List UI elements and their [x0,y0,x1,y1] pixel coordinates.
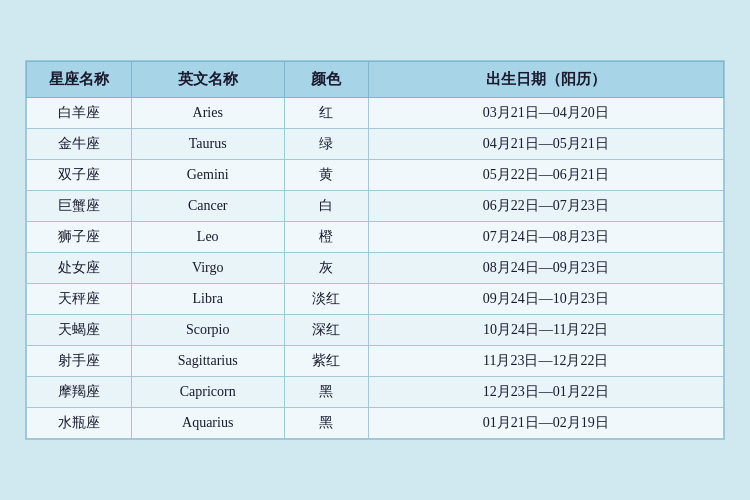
cell-color: 灰 [284,253,368,284]
table-row: 水瓶座Aquarius黑01月21日—02月19日 [27,408,724,439]
cell-birth-date: 10月24日—11月22日 [368,315,724,346]
cell-color: 淡红 [284,284,368,315]
cell-chinese-name: 天蝎座 [27,315,132,346]
cell-color: 黑 [284,377,368,408]
zodiac-table-container: 星座名称 英文名称 颜色 出生日期（阳历） 白羊座Aries红03月21日—04… [25,60,725,440]
header-english-name: 英文名称 [131,62,284,98]
table-header-row: 星座名称 英文名称 颜色 出生日期（阳历） [27,62,724,98]
cell-birth-date: 08月24日—09月23日 [368,253,724,284]
table-row: 摩羯座Capricorn黑12月23日—01月22日 [27,377,724,408]
table-row: 天蝎座Scorpio深红10月24日—11月22日 [27,315,724,346]
cell-color: 绿 [284,129,368,160]
cell-chinese-name: 天秤座 [27,284,132,315]
cell-chinese-name: 摩羯座 [27,377,132,408]
cell-birth-date: 01月21日—02月19日 [368,408,724,439]
zodiac-table: 星座名称 英文名称 颜色 出生日期（阳历） 白羊座Aries红03月21日—04… [26,61,724,439]
cell-color: 红 [284,98,368,129]
table-body: 白羊座Aries红03月21日—04月20日金牛座Taurus绿04月21日—0… [27,98,724,439]
table-row: 处女座Virgo灰08月24日—09月23日 [27,253,724,284]
cell-birth-date: 05月22日—06月21日 [368,160,724,191]
cell-english-name: Aquarius [131,408,284,439]
cell-birth-date: 04月21日—05月21日 [368,129,724,160]
cell-color: 黄 [284,160,368,191]
cell-english-name: Aries [131,98,284,129]
header-chinese-name: 星座名称 [27,62,132,98]
cell-chinese-name: 水瓶座 [27,408,132,439]
table-row: 白羊座Aries红03月21日—04月20日 [27,98,724,129]
cell-chinese-name: 巨蟹座 [27,191,132,222]
cell-color: 黑 [284,408,368,439]
cell-chinese-name: 白羊座 [27,98,132,129]
cell-english-name: Scorpio [131,315,284,346]
cell-chinese-name: 处女座 [27,253,132,284]
cell-birth-date: 12月23日—01月22日 [368,377,724,408]
cell-birth-date: 06月22日—07月23日 [368,191,724,222]
cell-birth-date: 03月21日—04月20日 [368,98,724,129]
cell-chinese-name: 射手座 [27,346,132,377]
table-row: 射手座Sagittarius紫红11月23日—12月22日 [27,346,724,377]
cell-chinese-name: 金牛座 [27,129,132,160]
table-row: 双子座Gemini黄05月22日—06月21日 [27,160,724,191]
cell-color: 深红 [284,315,368,346]
header-color: 颜色 [284,62,368,98]
cell-color: 橙 [284,222,368,253]
table-row: 天秤座Libra淡红09月24日—10月23日 [27,284,724,315]
cell-english-name: Capricorn [131,377,284,408]
header-birth-date: 出生日期（阳历） [368,62,724,98]
cell-birth-date: 09月24日—10月23日 [368,284,724,315]
cell-english-name: Leo [131,222,284,253]
cell-color: 白 [284,191,368,222]
cell-birth-date: 07月24日—08月23日 [368,222,724,253]
cell-english-name: Virgo [131,253,284,284]
cell-english-name: Sagittarius [131,346,284,377]
table-row: 狮子座Leo橙07月24日—08月23日 [27,222,724,253]
cell-color: 紫红 [284,346,368,377]
cell-english-name: Cancer [131,191,284,222]
cell-english-name: Gemini [131,160,284,191]
cell-english-name: Libra [131,284,284,315]
cell-english-name: Taurus [131,129,284,160]
cell-chinese-name: 双子座 [27,160,132,191]
table-row: 巨蟹座Cancer白06月22日—07月23日 [27,191,724,222]
cell-birth-date: 11月23日—12月22日 [368,346,724,377]
cell-chinese-name: 狮子座 [27,222,132,253]
table-row: 金牛座Taurus绿04月21日—05月21日 [27,129,724,160]
